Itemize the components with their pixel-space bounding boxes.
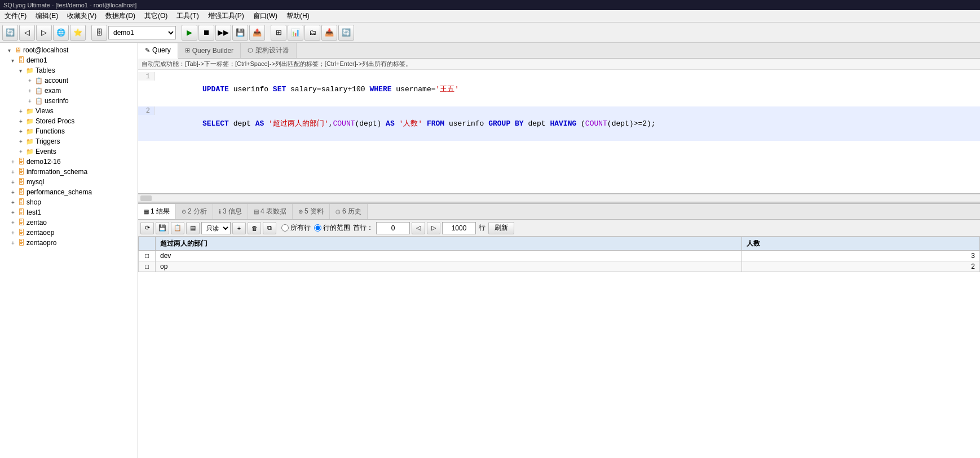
menu-tools[interactable]: 工具(T)	[172, 10, 203, 22]
menu-other[interactable]: 其它(O)	[140, 10, 172, 22]
result-tab-3[interactable]: ℹ 3 信息	[213, 204, 248, 219]
tb-db-btn[interactable]: 🗄	[91, 25, 107, 41]
tb-chart-btn[interactable]: 📊	[288, 25, 303, 41]
sidebar-item-root[interactable]: ▾ 🖥 root@localhost	[0, 45, 138, 55]
db-icon: 🗄	[18, 56, 25, 64]
menu-help[interactable]: 帮助(H)	[282, 10, 314, 22]
tb-back-btn[interactable]: ▷	[36, 25, 52, 41]
tb-open-btn[interactable]: ◁	[19, 25, 35, 41]
expand-icon: +	[19, 139, 26, 145]
line-num-2: 2	[138, 106, 155, 115]
expand-icon: +	[11, 240, 18, 246]
db-icon: 🗄	[18, 208, 25, 216]
rtb-mode-select[interactable]: 只读 编辑	[201, 222, 231, 234]
tb-stop-btn[interactable]: ⏹	[198, 25, 214, 41]
radio-all-rows[interactable]: 所有行	[281, 223, 311, 233]
rtb-add-btn[interactable]: +	[232, 222, 246, 234]
query-editor[interactable]: 1 UPDATE userinfo SET salary=salary+100 …	[138, 70, 980, 194]
expand-icon: +	[11, 189, 18, 195]
kw-as1: AS	[255, 119, 264, 128]
tb-export-btn[interactable]: 📤	[249, 25, 265, 41]
sidebar-item-zentaopro[interactable]: + 🗄 zentaopro	[0, 238, 138, 248]
sidebar-item-zentao[interactable]: + 🗄 zentao	[0, 217, 138, 228]
rtb-del-btn[interactable]: 🗑	[248, 222, 261, 234]
sidebar-item-functions[interactable]: + 📁 Functions	[0, 126, 138, 136]
tab-schema-designer[interactable]: ⬡ 架构设计器	[241, 43, 297, 58]
sidebar-item-triggers[interactable]: + 📁 Triggers	[0, 136, 138, 146]
sidebar-item-perfschema[interactable]: + 🗄 performance_schema	[0, 187, 138, 197]
tb-new-btn[interactable]: 🔄	[2, 25, 18, 41]
query-tabs: ✎ Query ⊞ Query Builder ⬡ 架构设计器	[138, 43, 980, 59]
tb-sync-btn[interactable]: 🔄	[338, 25, 354, 41]
sidebar-item-events[interactable]: + 📁 Events	[0, 146, 138, 157]
menu-favorites[interactable]: 收藏夹(V)	[63, 10, 101, 22]
tab-qb-label: Query Builder	[192, 47, 233, 55]
start-row-input[interactable]	[376, 222, 410, 234]
end-row-input[interactable]	[442, 222, 476, 234]
row2-cb[interactable]: □	[139, 261, 156, 272]
radio-range-input[interactable]	[314, 224, 321, 232]
menu-file[interactable]: 文件(F)	[0, 10, 31, 22]
sidebar-item-views[interactable]: + 📁 Views	[0, 106, 138, 116]
folder-icon: 📁	[26, 67, 34, 74]
sidebar-item-account[interactable]: + 📋 account	[0, 75, 138, 86]
refresh-button[interactable]: 刷新	[488, 222, 514, 234]
result-tab-4[interactable]: ▤ 4 表数据	[248, 204, 293, 219]
result-tab-2[interactable]: ⊙ 2 分析	[176, 204, 213, 219]
radio-all-input[interactable]	[281, 224, 289, 232]
result-grid: 超过两人的部门 人数 □ dev 3 □	[138, 237, 980, 458]
sidebar-item-mysql[interactable]: + 🗄 mysql	[0, 177, 138, 187]
sidebar-item-demo12[interactable]: + 🗄 demo12-16	[0, 157, 138, 167]
kw-having: HAVING	[550, 119, 576, 128]
row1-dept[interactable]: dev	[156, 251, 742, 261]
leaf-icon: +	[28, 78, 35, 84]
db-selector[interactable]: demo1	[108, 26, 176, 39]
sidebar-item-exam[interactable]: + 📋 exam	[0, 86, 138, 96]
tb-exec2-btn[interactable]: ▶▶	[215, 25, 231, 41]
sidebar-item-userinfo[interactable]: + 📋 userinfo	[0, 96, 138, 106]
rtb-copy-btn[interactable]: 📋	[171, 222, 184, 234]
rtb-refresh-btn[interactable]: ⟳	[140, 222, 154, 234]
sd-tab-icon: ⬡	[248, 47, 253, 54]
str-wangwu: '王五'	[436, 85, 460, 94]
result-tab-6[interactable]: ◷ 6 历史	[330, 204, 368, 219]
h-scrollbar[interactable]	[138, 194, 980, 202]
tb-import-btn[interactable]: 📥	[321, 25, 337, 41]
sidebar-label-exam: exam	[45, 87, 61, 95]
next-btn[interactable]: ▷	[427, 222, 440, 234]
tb-save-btn[interactable]: 💾	[232, 25, 248, 41]
rtb-save-btn[interactable]: 💾	[156, 222, 169, 234]
menu-database[interactable]: 数据库(D)	[101, 10, 140, 22]
tb-schema-btn[interactable]: 🗂	[304, 25, 320, 41]
table-icon: 📋	[35, 97, 43, 105]
folder-icon: 📁	[26, 148, 34, 155]
tb-grid-btn[interactable]: ⊞	[271, 25, 286, 41]
sidebar-item-storedprocs[interactable]: + 📁 Stored Procs	[0, 116, 138, 126]
sidebar-label-zentao: zentao	[27, 219, 47, 226]
row2-dept[interactable]: op	[156, 261, 742, 272]
menu-enhanced[interactable]: 增强工具(P)	[204, 10, 249, 22]
tb-star-btn[interactable]: ⭐	[70, 25, 86, 41]
result-tab-1[interactable]: ▦ 1 结果	[138, 204, 176, 219]
sidebar-item-zentaoep[interactable]: + 🗄 zentaoep	[0, 228, 138, 238]
sidebar-item-test1[interactable]: + 🗄 test1	[0, 207, 138, 217]
sidebar-item-shop[interactable]: + 🗄 shop	[0, 197, 138, 207]
prev-btn[interactable]: ◁	[412, 222, 425, 234]
menu-edit[interactable]: 编辑(E)	[31, 10, 63, 22]
result-tab-5[interactable]: ⊛ 5 资料	[293, 204, 330, 219]
code-content-1: UPDATE userinfo SET salary=salary+100 WH…	[158, 72, 980, 106]
sidebar-item-demo1[interactable]: ▾ 🗄 demo1	[0, 55, 138, 65]
row1-cb[interactable]: □	[139, 251, 156, 261]
menu-window[interactable]: 窗口(W)	[249, 10, 282, 22]
sidebar-item-tables[interactable]: ▾ 📁 Tables	[0, 65, 138, 75]
tb-globe-btn[interactable]: 🌐	[53, 25, 69, 41]
tab-query-builder[interactable]: ⊞ Query Builder	[178, 43, 241, 58]
radio-range[interactable]: 行的范围	[314, 223, 350, 233]
rtb-filter-btn[interactable]: ▤	[186, 222, 200, 234]
tb-exec-btn[interactable]: ▶	[182, 25, 197, 41]
table-row: □ dev 3	[139, 251, 980, 261]
collapse-icon: ▾	[8, 47, 15, 54]
tab-query[interactable]: ✎ Query	[138, 43, 178, 59]
sidebar-item-infoschema[interactable]: + 🗄 information_schema	[0, 167, 138, 177]
rtb-dup-btn[interactable]: ⧉	[263, 222, 276, 234]
